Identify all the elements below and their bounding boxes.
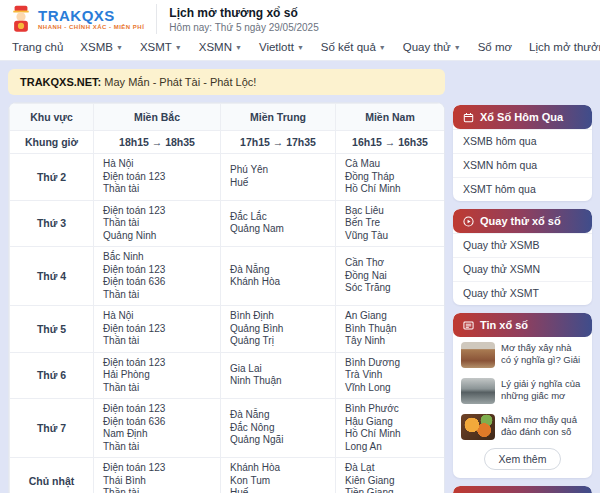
section-title-text: Tin xổ số: [480, 319, 528, 331]
time-row: Khung giờ18h15 → 18h3517h15 → 17h3516h15…: [10, 131, 445, 154]
time-range: 18h15 → 18h35: [94, 131, 221, 154]
top-header: TRAKQXS NHANH - CHÍNH XÁC - MIỄN PHÍ Lịc…: [0, 0, 600, 36]
day-cell: Chủ nhật: [10, 458, 94, 493]
nav-item-so-ket-qua[interactable]: Số kết quả▼: [321, 41, 386, 53]
sidebar-card-trial: Quay thử xổ sốQuay thử XSMBQuay thử XSMN…: [453, 209, 592, 305]
news-item[interactable]: Lý giải ý nghĩa của những giấc mơ thấy l…: [453, 373, 592, 409]
content: TRAKQXS.NET: May Mắn - Phát Tài - Phát L…: [0, 61, 600, 493]
sidebar-item-quay-thu-xsmb[interactable]: Quay thử XSMB: [453, 233, 592, 257]
chevron-down-icon: ▼: [175, 44, 182, 51]
province-name: Thần tài: [103, 487, 211, 493]
banner-brand: TRAKQXS.NET:: [20, 76, 101, 88]
province-name: Quảng Ninh: [103, 230, 211, 243]
nav-item-label: Quay thử: [403, 41, 451, 53]
sidebar-item-quay-thu-xsmn[interactable]: Quay thử XSMN: [453, 257, 592, 281]
province-name: Quảng Trị: [230, 335, 326, 348]
header-title-block: Lịch mở thưởng xổ số Hôm nay: Thứ 5 ngày…: [169, 6, 318, 33]
chevron-down-icon: ▼: [116, 44, 123, 51]
nav-item-xsmt[interactable]: XSMT▼: [140, 41, 182, 53]
region-cell: Bắc NinhĐiện toán 123Điện toán 636Thần t…: [94, 247, 221, 306]
column-header: Miền Bắc: [94, 104, 221, 131]
province-name: Thần tài: [103, 183, 211, 196]
sidebar-section-title: Quay thử xổ số: [453, 209, 592, 233]
region-cell: Cần ThơĐồng NaiSóc Trăng: [336, 247, 445, 306]
sidebar-item-xsmb-hom-qua[interactable]: XSMB hôm qua: [453, 129, 592, 153]
calendar-icon: [463, 112, 474, 123]
region-cell: Gia LaiNinh Thuận: [221, 352, 336, 399]
province-name: Điện toán 123: [103, 205, 211, 218]
province-name: Huế: [230, 487, 326, 493]
table-row: Chủ nhậtĐiện toán 123Thái BìnhThần tàiKh…: [10, 458, 445, 493]
chevron-down-icon: ▼: [454, 44, 461, 51]
sidebar-card-soicau: Soi cầuCầu bạch thủBiên cầu: [453, 486, 592, 493]
province-name: Điện toán 123: [103, 462, 211, 475]
province-name: Trà Vinh: [345, 369, 435, 382]
nav-item-lich-mo-thuong[interactable]: Lịch mở thưởng: [529, 41, 600, 53]
table-row: Thứ 2Hà NộiĐiện toán 123Thần tàiPhú YênH…: [10, 154, 445, 201]
section-title-text: Xổ Số Hôm Qua: [480, 111, 563, 123]
region-cell: Đà NẵngKhánh Hòa: [221, 247, 336, 306]
province-name: Tây Ninh: [345, 335, 435, 348]
province-name: Sóc Trăng: [345, 282, 435, 295]
province-name: Đà Lạt: [345, 462, 435, 475]
region-cell: Đà NẵngĐắc NôngQuảng Ngãi: [221, 399, 336, 458]
province-name: Quảng Ngãi: [230, 434, 326, 447]
province-name: Bắc Ninh: [103, 251, 211, 264]
nav-item-xsmb[interactable]: XSMB▼: [80, 41, 123, 53]
see-more-button[interactable]: Xem thêm: [484, 448, 562, 470]
province-name: Khánh Hòa: [230, 462, 326, 475]
province-name: Hà Nội: [103, 310, 211, 323]
province-name: Thần tài: [103, 441, 211, 454]
province-name: Hải Phòng: [103, 369, 211, 382]
table-row: Thứ 7Điện toán 123Điện toán 636Nam ĐịnhT…: [10, 399, 445, 458]
chevron-down-icon: ▼: [235, 44, 242, 51]
column-header: Miền Trung: [221, 104, 336, 131]
sidebar-item-xsmt-hom-qua[interactable]: XSMT hôm qua: [453, 177, 592, 201]
peach-thumbnail: [461, 414, 495, 440]
province-name: Đà Nẵng: [230, 264, 326, 277]
province-name: Thần tài: [103, 335, 211, 348]
province-name: Đồng Tháp: [345, 171, 435, 184]
nav-item-label: Vietlott: [259, 41, 294, 53]
nav-item-quay-thu[interactable]: Quay thử▼: [403, 41, 461, 53]
news-item[interactable]: Nằm mơ thấy quả đào đánh con số gì? Mơ t…: [453, 409, 592, 445]
province-name: Thần tài: [103, 217, 211, 230]
region-cell: Hà NộiĐiện toán 123Thần tài: [94, 306, 221, 353]
region-cell: Đà LạtKiên GiangTiền Giang: [336, 458, 445, 493]
region-cell: Cà MauĐồng ThápHồ Chí Minh: [336, 154, 445, 201]
province-name: Điện toán 636: [103, 416, 211, 429]
news-title: Nằm mơ thấy quả đào đánh con số gì? Mơ t…: [501, 414, 584, 438]
nav-item-xsmn[interactable]: XSMN▼: [199, 41, 242, 53]
province-name: Điện toán 636: [103, 276, 211, 289]
column-header: Khu vực: [10, 104, 94, 131]
province-name: Cần Thơ: [345, 257, 435, 270]
province-name: Ninh Thuận: [230, 375, 326, 388]
nav-item-label: Số kết quả: [321, 41, 376, 53]
nav-item-so-mo[interactable]: Sổ mơ: [478, 41, 512, 53]
province-name: Thần tài: [103, 289, 211, 302]
flood-thumbnail: [461, 378, 495, 404]
nav-item-trang-chu[interactable]: Trang chủ: [12, 41, 63, 53]
sidebar-item-xsmn-hom-qua[interactable]: XSMN hôm qua: [453, 153, 592, 177]
region-cell: Đắc LắcQuảng Nam: [221, 200, 336, 247]
news-title: Lý giải ý nghĩa của những giấc mơ thấy l…: [501, 378, 584, 402]
sidebar-card-news: Tin xổ sốMơ thấy xây nhà có ý nghĩa gì? …: [453, 313, 592, 478]
news-title: Mơ thấy xây nhà có ý nghĩa gì? Giải mã c…: [501, 342, 584, 366]
house-thumbnail: [461, 342, 495, 368]
region-cell: Điện toán 123Điện toán 636Nam ĐịnhThần t…: [94, 399, 221, 458]
schedule-table-card: Khu vựcMiền BắcMiền TrungMiền Nam Khung …: [8, 102, 445, 493]
sidebar-card-yesterday: Xổ Số Hôm QuaXSMB hôm quaXSMN hôm quaXSM…: [453, 105, 592, 201]
province-name: Điện toán 123: [103, 357, 211, 370]
province-name: Đà Nẵng: [230, 409, 326, 422]
news-item[interactable]: Mơ thấy xây nhà có ý nghĩa gì? Giải mã c…: [453, 337, 592, 373]
slogan-banner: TRAKQXS.NET: May Mắn - Phát Tài - Phát L…: [8, 69, 445, 95]
chevron-down-icon: ▼: [379, 44, 386, 51]
sidebar-item-quay-thu-xsmt[interactable]: Quay thử XSMT: [453, 281, 592, 305]
province-name: Nam Định: [103, 428, 211, 441]
sidebar-section-title: Tin xổ số: [453, 313, 592, 337]
province-name: Tiền Giang: [345, 487, 435, 493]
table-row: Thứ 6Điện toán 123Hải PhòngThần tàiGia L…: [10, 352, 445, 399]
logo[interactable]: TRAKQXS NHANH - CHÍNH XÁC - MIỄN PHÍ: [10, 4, 157, 34]
nav-item-vietlott[interactable]: Vietlott▼: [259, 41, 304, 53]
region-cell: Phú YênHuế: [221, 154, 336, 201]
